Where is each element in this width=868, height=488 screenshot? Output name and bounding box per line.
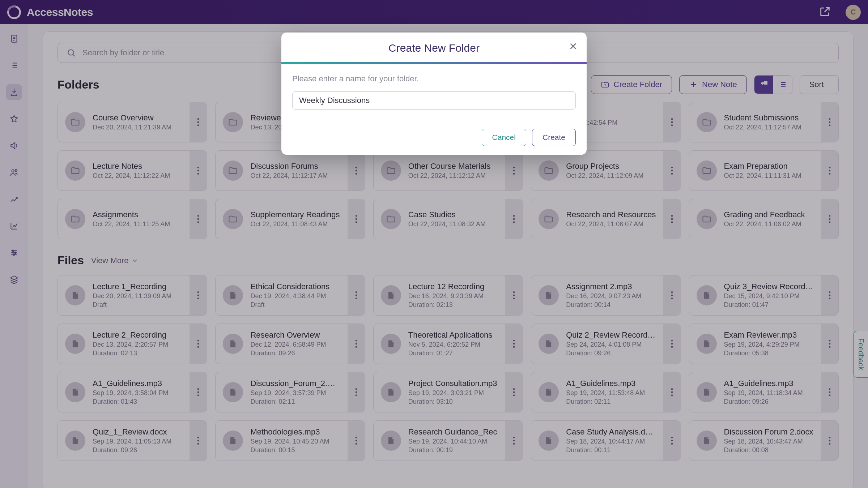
- modal-body: Please enter a name for your folder.: [281, 64, 587, 122]
- modal-scrim[interactable]: Create New Folder ✕ Please enter a name …: [0, 0, 868, 488]
- modal-header: Create New Folder ✕: [281, 33, 587, 62]
- folder-name-input[interactable]: [292, 91, 576, 110]
- cancel-button[interactable]: Cancel: [482, 129, 526, 146]
- create-folder-modal: Create New Folder ✕ Please enter a name …: [281, 33, 587, 155]
- create-button[interactable]: Create: [532, 129, 576, 146]
- close-icon[interactable]: ✕: [567, 40, 579, 52]
- modal-footer: Cancel Create: [281, 122, 587, 155]
- modal-hint: Please enter a name for your folder.: [292, 74, 576, 84]
- modal-title: Create New Folder: [281, 42, 587, 54]
